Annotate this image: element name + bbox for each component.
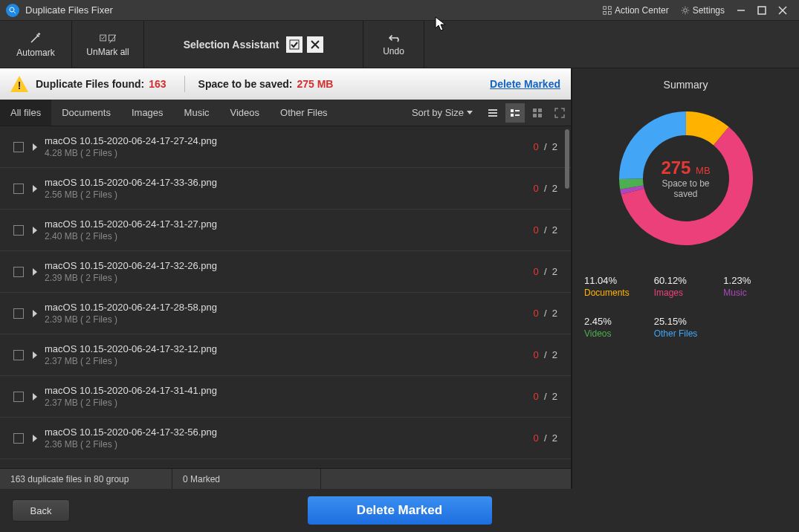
view-grid-icon[interactable] (528, 103, 547, 123)
stat-videos: 2.45%Videos (584, 316, 648, 339)
center-value: 275 (661, 158, 690, 178)
table-row[interactable]: macOS 10.15-2020-06-24-17-27-24.png4.28 … (0, 126, 571, 168)
stat-pct: 2.45% (584, 316, 648, 327)
expand-icon[interactable] (33, 310, 37, 317)
file-name: macOS 10.15-2020-06-24-17-31-41.png (45, 385, 533, 396)
svg-point-6 (683, 8, 687, 12)
row-checkbox[interactable] (13, 392, 24, 402)
expand-icon[interactable] (33, 351, 37, 359)
table-row[interactable]: macOS 10.15-2020-06-24-17-31-27.png2.40 … (0, 210, 571, 251)
tab-all-files[interactable]: All files (0, 100, 51, 126)
row-checkbox[interactable] (13, 184, 24, 194)
tab-documents[interactable]: Documents (51, 100, 121, 126)
unmark-all-label: UnMark all (86, 47, 129, 57)
status-marked: 0 Marked (172, 469, 321, 489)
chevron-down-icon (467, 111, 473, 115)
row-checkbox[interactable] (13, 267, 24, 277)
close-icon (778, 6, 787, 15)
automark-button[interactable]: Automark (0, 21, 72, 68)
table-row[interactable]: macOS 10.15-2020-06-24-17-31-41.png2.37 … (0, 376, 571, 418)
tab-other-files[interactable]: Other Files (270, 100, 338, 126)
row-checkbox[interactable] (13, 142, 24, 152)
expand-icon[interactable] (33, 143, 37, 151)
assistant-check-icon[interactable] (286, 36, 303, 53)
space-value: 275 MB (297, 78, 333, 90)
tab-music[interactable]: Music (174, 100, 220, 126)
tab-videos[interactable]: Videos (220, 100, 271, 126)
expand-icon[interactable] (33, 185, 37, 192)
file-count: 0 / 2 (533, 308, 557, 319)
file-name: macOS 10.15-2020-06-24-17-27-24.png (45, 135, 533, 146)
summary-title: Summary (664, 79, 708, 91)
summary-panel: Summary 275 MB Space to be saved 11.04%D… (572, 68, 799, 489)
found-count: 163 (149, 78, 166, 90)
file-name: macOS 10.15-2020-06-24-17-32-26.png (45, 260, 533, 271)
stat-other-files: 25.15%Other Files (654, 316, 718, 339)
action-center-button[interactable]: Action Center (603, 5, 669, 16)
expand-icon[interactable] (33, 393, 37, 400)
minimize-button[interactable] (731, 0, 751, 21)
table-row[interactable]: macOS 10.15-2020-06-24-17-33-36.png2.56 … (0, 168, 571, 210)
selection-assistant-label: Selection Assistant (184, 39, 279, 51)
view-list-icon[interactable] (483, 103, 502, 123)
filter-bar: All filesDocumentsImagesMusicVideosOther… (0, 100, 571, 126)
row-checkbox[interactable] (13, 308, 24, 319)
sort-dropdown[interactable]: Sort by Size (412, 107, 473, 118)
file-sub: 2.39 MB ( 2 Files ) (45, 273, 533, 283)
svg-rect-23 (538, 108, 542, 112)
stat-pct: 11.04% (584, 275, 648, 286)
table-row[interactable]: macOS 10.15-2020-06-24-17-32-26.png2.39 … (0, 251, 571, 293)
delete-marked-label: Delete Marked (357, 503, 442, 518)
grid-icon (603, 6, 612, 15)
svg-rect-5 (608, 11, 611, 14)
file-sub: 2.37 MB ( 2 Files ) (45, 398, 533, 408)
expand-icon[interactable] (33, 268, 37, 276)
stat-documents: 11.04%Documents (584, 275, 648, 298)
back-button[interactable]: Back (12, 499, 70, 522)
found-label: Duplicate Files found: (36, 78, 144, 90)
svg-rect-19 (511, 114, 514, 117)
app-title: Duplicate Files Fixer (25, 4, 113, 16)
delete-marked-button[interactable]: Delete Marked (308, 496, 492, 525)
tab-images[interactable]: Images (121, 100, 174, 126)
selection-assistant-button[interactable]: Selection Assistant (144, 21, 363, 68)
undo-icon (386, 33, 401, 43)
row-checkbox[interactable] (13, 433, 24, 444)
assistant-tools-icon[interactable] (307, 36, 323, 53)
unmark-all-button[interactable]: UnMark all (72, 21, 144, 68)
svg-rect-8 (758, 7, 766, 14)
expand-icon[interactable] (33, 227, 37, 234)
file-sub: 2.56 MB ( 2 Files ) (45, 189, 533, 200)
stat-label: Images (654, 288, 718, 298)
stat-pct: 25.15% (654, 316, 718, 327)
titlebar: Duplicate Files Fixer Action Center Sett… (0, 0, 799, 21)
undo-button[interactable]: Undo (363, 21, 424, 68)
table-row[interactable]: macOS 10.15-2020-06-24-17-32-12.png2.37 … (0, 334, 571, 376)
view-detail-icon[interactable] (505, 103, 525, 123)
close-button[interactable] (772, 0, 793, 21)
table-row[interactable]: macOS 10.15-2020-06-24-17-28-58.png2.39 … (0, 293, 571, 334)
space-label: Space to be saved: (198, 78, 293, 90)
statusbar: 163 duplicate files in 80 group 0 Marked (0, 468, 571, 489)
automark-label: Automark (16, 48, 54, 58)
file-count: 0 / 2 (533, 224, 557, 236)
file-sub: 2.39 MB ( 2 Files ) (45, 314, 533, 325)
donut-chart: 275 MB Space to be saved (612, 104, 760, 253)
row-checkbox[interactable] (13, 350, 24, 360)
minimize-icon (737, 6, 745, 15)
settings-button[interactable]: Settings (681, 5, 725, 16)
file-sub: 2.40 MB ( 2 Files ) (45, 231, 533, 241)
maximize-button[interactable] (751, 0, 772, 21)
svg-line-1 (14, 11, 16, 13)
undo-label: Undo (383, 46, 404, 56)
action-center-label: Action Center (615, 5, 669, 16)
center-sub2: saved (673, 189, 697, 199)
fullscreen-icon[interactable] (550, 103, 569, 123)
svg-rect-24 (533, 114, 537, 117)
svg-rect-22 (533, 108, 537, 112)
table-row[interactable]: macOS 10.15-2020-06-24-17-32-56.png2.36 … (0, 418, 571, 459)
expand-icon[interactable] (33, 435, 37, 442)
delete-marked-link[interactable]: Delete Marked (490, 78, 560, 90)
scrollbar-thumb[interactable] (565, 129, 569, 189)
row-checkbox[interactable] (13, 225, 24, 236)
